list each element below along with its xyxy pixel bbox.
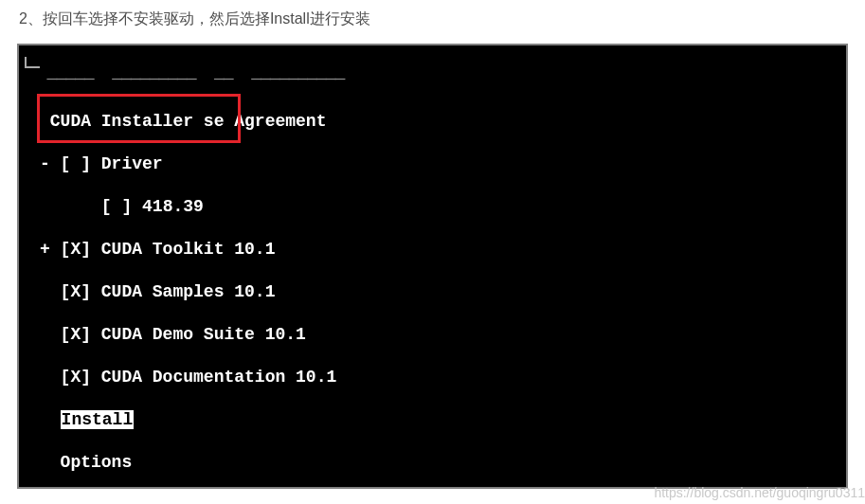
option-cuda-docs[interactable]: [X] CUDA Documentation 10.1 — [19, 367, 846, 388]
instruction-text: 2、按回车选择不安装驱动，然后选择Install进行安装 — [0, 0, 865, 44]
option-cuda-samples[interactable]: [X] CUDA Samples 10.1 — [19, 281, 846, 303]
cropped-row: ───── ───────── ── ────────── — [19, 73, 846, 86]
watermark-url: https://blog.csdn.net/guoqingru0311 — [654, 485, 865, 500]
option-driver-version[interactable]: [ ] 418.39 — [19, 196, 846, 218]
terminal-content[interactable]: ───── ───────── ── ────────── CUDA Insta… — [19, 45, 846, 489]
options-action[interactable]: Options — [19, 452, 846, 474]
installer-title: CUDA Installer se Agreement — [19, 111, 846, 133]
option-cuda-demo[interactable]: [X] CUDA Demo Suite 10.1 — [19, 324, 846, 346]
option-driver[interactable]: - [ ] Driver — [19, 153, 846, 175]
frame-corner — [25, 57, 40, 68]
install-action[interactable]: Install — [19, 409, 846, 431]
terminal-window: ───── ───────── ── ────────── CUDA Insta… — [17, 44, 848, 489]
option-cuda-toolkit[interactable]: + [X] CUDA Toolkit 10.1 — [19, 239, 846, 261]
